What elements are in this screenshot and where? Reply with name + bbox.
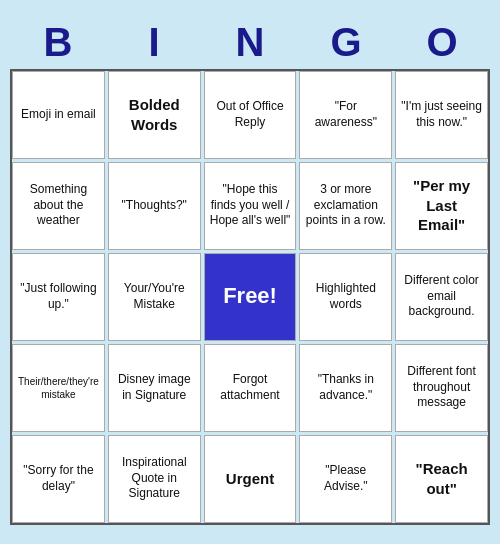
bingo-cell-6[interactable]: "Thoughts?" — [108, 162, 201, 250]
bingo-cell-14[interactable]: Different color email background. — [395, 253, 488, 341]
letter-g: G — [301, 20, 391, 65]
bingo-cell-21[interactable]: Inspirational Quote in Signature — [108, 435, 201, 523]
letter-b: B — [13, 20, 103, 65]
bingo-cell-1[interactable]: Bolded Words — [108, 71, 201, 159]
bingo-cell-8[interactable]: 3 or more exclamation points in a row. — [299, 162, 392, 250]
bingo-cell-2[interactable]: Out of Office Reply — [204, 71, 297, 159]
bingo-cell-23[interactable]: "Please Advise." — [299, 435, 392, 523]
bingo-cell-7[interactable]: "Hope this finds you well / Hope all's w… — [204, 162, 297, 250]
bingo-cell-5[interactable]: Something about the weather — [12, 162, 105, 250]
letter-i: I — [109, 20, 199, 65]
bingo-cell-9[interactable]: "Per my Last Email" — [395, 162, 488, 250]
bingo-cell-0[interactable]: Emoji in email — [12, 71, 105, 159]
letter-o: O — [397, 20, 487, 65]
bingo-card: B I N G O Emoji in emailBolded WordsOut … — [0, 10, 500, 535]
bingo-cell-18[interactable]: "Thanks in advance." — [299, 344, 392, 432]
bingo-cell-16[interactable]: Disney image in Signature — [108, 344, 201, 432]
bingo-cell-12[interactable]: Free! — [204, 253, 297, 341]
bingo-cell-17[interactable]: Forgot attachment — [204, 344, 297, 432]
bingo-cell-19[interactable]: Different font throughout message — [395, 344, 488, 432]
bingo-cell-4[interactable]: "I'm just seeing this now." — [395, 71, 488, 159]
bingo-cell-15[interactable]: Their/there/they're mistake — [12, 344, 105, 432]
bingo-cell-10[interactable]: "Just following up." — [12, 253, 105, 341]
bingo-cell-13[interactable]: Highlighted words — [299, 253, 392, 341]
letter-n: N — [205, 20, 295, 65]
bingo-header: B I N G O — [10, 20, 490, 65]
bingo-cell-22[interactable]: Urgent — [204, 435, 297, 523]
bingo-grid: Emoji in emailBolded WordsOut of Office … — [10, 69, 490, 525]
bingo-cell-3[interactable]: "For awareness" — [299, 71, 392, 159]
bingo-cell-11[interactable]: Your/You're Mistake — [108, 253, 201, 341]
bingo-cell-24[interactable]: "Reach out" — [395, 435, 488, 523]
bingo-cell-20[interactable]: "Sorry for the delay" — [12, 435, 105, 523]
